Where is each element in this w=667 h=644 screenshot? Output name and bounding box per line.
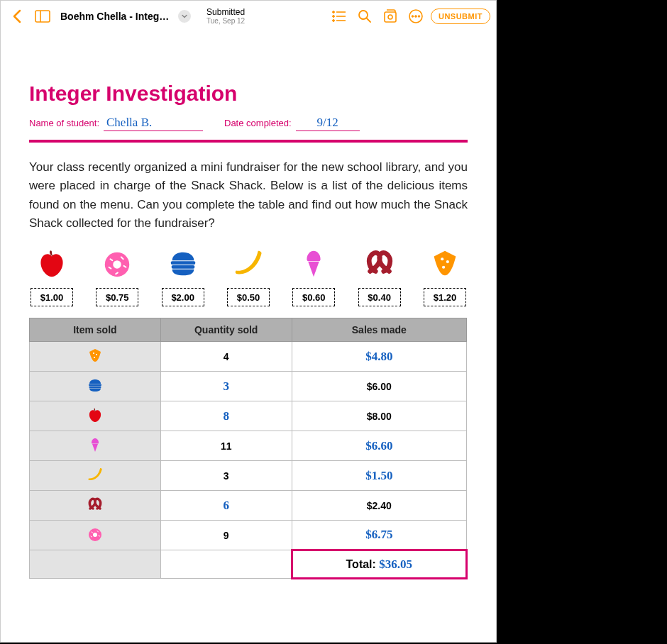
back-button[interactable] [6, 6, 28, 27]
total-empty-qty [160, 550, 292, 579]
sales-cell: $8.00 [292, 401, 466, 431]
svg-rect-10 [385, 12, 396, 22]
apple-icon [31, 245, 73, 281]
sales-table: Item sold Quantity sold Sales made 4$4.8… [29, 318, 468, 579]
svg-point-14 [415, 16, 417, 18]
burger-icon [162, 245, 204, 281]
svg-point-6 [333, 20, 335, 22]
table-row: 9$6.75 [30, 521, 467, 550]
worksheet-page: Integer Investigation Name of student: C… [1, 32, 496, 594]
callout-line [498, 18, 553, 20]
table-row: 8$8.00 [30, 401, 467, 431]
name-label: Name of student: [29, 118, 99, 128]
sidebar-toggle-icon[interactable] [32, 6, 53, 27]
toolbar: Boehm Chella - Integers I... Submitted T… [1, 1, 496, 32]
svg-rect-32 [89, 387, 101, 389]
svg-point-17 [114, 261, 122, 270]
svg-point-25 [441, 258, 443, 261]
svg-point-15 [418, 16, 420, 18]
date-label: Date completed: [224, 118, 292, 128]
sales-cell: $6.75 [292, 521, 466, 550]
banana-icon [227, 245, 270, 281]
item-cell-pretzel-icon [30, 491, 161, 521]
library-icon[interactable] [380, 6, 401, 27]
search-icon[interactable] [354, 6, 375, 27]
price-pizza: $1.20 [424, 288, 466, 306]
donut-icon [96, 245, 138, 281]
svg-point-8 [359, 11, 368, 19]
qty-cell: 8 [160, 401, 292, 431]
name-value: Chella B. [104, 116, 203, 131]
sales-cell: $1.50 [292, 461, 466, 491]
outline-icon[interactable] [329, 6, 350, 27]
pretzel-icon [358, 245, 401, 281]
table-row: 3$6.00 [30, 372, 467, 401]
document-title-group[interactable]: Boehm Chella - Integers I... [60, 10, 191, 23]
snack-icons-row [29, 245, 468, 281]
table-row: 3$1.50 [30, 461, 467, 491]
svg-point-4 [333, 16, 335, 18]
total-value: $36.05 [379, 557, 412, 571]
svg-rect-31 [89, 384, 101, 387]
table-row: 11$6.60 [30, 431, 467, 461]
svg-point-34 [93, 533, 97, 537]
col-item: Item sold [30, 318, 161, 342]
status-date: Tue, Sep 12 [206, 17, 245, 25]
item-cell-pizza-icon [30, 342, 161, 372]
item-cell-icecream-icon [30, 431, 161, 461]
price-apple: $1.00 [31, 288, 73, 306]
total-cell: Total: $36.05 [292, 550, 466, 579]
sales-cell: $6.00 [292, 372, 466, 401]
qty-cell: 3 [160, 372, 292, 401]
qty-cell: 9 [160, 521, 292, 550]
item-cell-donut-icon [30, 521, 161, 550]
sales-cell: $4.80 [292, 342, 466, 372]
svg-point-2 [333, 11, 335, 13]
svg-point-11 [388, 15, 392, 19]
svg-point-26 [446, 260, 449, 263]
sales-cell: $2.40 [292, 491, 466, 521]
qty-cell: 6 [160, 491, 292, 521]
price-burger: $2.00 [162, 288, 204, 306]
worksheet-title: Integer Investigation [29, 82, 468, 106]
svg-point-30 [94, 357, 95, 358]
unsubmit-button[interactable]: UNSUBMIT [431, 9, 490, 24]
pizza-icon [424, 245, 466, 281]
svg-point-28 [93, 352, 94, 354]
total-empty-item [30, 550, 161, 579]
divider [29, 140, 468, 143]
date-value: 9/12 [296, 116, 360, 131]
app-frame: Boehm Chella - Integers I... Submitted T… [0, 0, 497, 643]
item-cell-burger-icon [30, 372, 161, 401]
table-row: 4$4.80 [30, 342, 467, 372]
svg-point-13 [412, 16, 414, 18]
qty-cell: 4 [160, 342, 292, 372]
svg-line-9 [367, 18, 370, 22]
title-dropdown-icon[interactable] [178, 10, 191, 23]
svg-point-29 [96, 354, 97, 355]
table-row: 6$2.40 [30, 491, 467, 521]
svg-rect-24 [171, 265, 194, 269]
col-sales: Sales made [292, 318, 466, 342]
date-field: Date completed: 9/12 [224, 116, 360, 131]
icecream-icon [292, 245, 335, 281]
document-title: Boehm Chella - Integers I... [60, 11, 174, 22]
more-icon[interactable] [405, 6, 426, 27]
instructions-text: Your class recently organized a mini fun… [29, 158, 468, 233]
price-donut: $0.75 [96, 288, 138, 306]
svg-rect-0 [35, 11, 50, 22]
svg-point-27 [442, 266, 445, 269]
submission-status: Submitted Tue, Sep 12 [206, 8, 245, 25]
sales-cell: $6.60 [292, 431, 466, 461]
price-row: $1.00 $0.75 $2.00 $0.50 $0.60 $0.40 $1.2… [29, 288, 468, 306]
meta-row: Name of student: Chella B. Date complete… [29, 116, 468, 131]
price-pretzel: $0.40 [358, 288, 401, 306]
item-cell-apple-icon [30, 401, 161, 431]
col-qty: Quantity sold [160, 318, 292, 342]
status-text: Submitted [206, 8, 245, 17]
qty-cell: 3 [160, 461, 292, 491]
price-icecream: $0.60 [292, 288, 335, 306]
qty-cell: 11 [160, 431, 292, 461]
item-cell-banana-icon [30, 461, 161, 491]
price-banana: $0.50 [227, 288, 270, 306]
